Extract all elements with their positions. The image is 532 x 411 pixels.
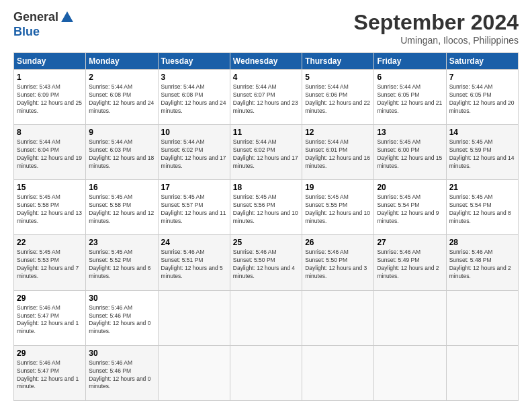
day-number: 25 [233,238,299,247]
table-row: 29 Sunrise: 5:46 AM Sunset: 5:47 PM Dayl… [14,345,86,400]
day-number: 18 [233,183,299,192]
day-info: Sunrise: 5:45 AM Sunset: 5:55 PM Dayligh… [305,193,371,226]
table-row: 20 Sunrise: 5:45 AM Sunset: 5:54 PM Dayl… [374,180,446,235]
day-number: 4 [233,73,299,82]
logo-text: General Blue [13,10,76,39]
table-row: 1 Sunrise: 5:43 AM Sunset: 6:09 PM Dayli… [14,70,86,125]
month-title: September 2024 [354,10,519,35]
day-number: 30 [89,293,154,303]
table-row: 30 Sunrise: 5:46 AM Sunset: 5:46 PM Dayl… [86,345,158,400]
day-info: Sunrise: 5:44 AM Sunset: 6:05 PM Dayligh… [449,83,515,116]
table-row: 3 Sunrise: 5:44 AM Sunset: 6:08 PM Dayli… [158,70,230,125]
day-info: Sunrise: 5:45 AM Sunset: 5:58 PM Dayligh… [17,193,83,226]
table-row [374,290,446,345]
table-row: 5 Sunrise: 5:44 AM Sunset: 6:06 PM Dayli… [302,70,374,125]
calendar-table: Sunday Monday Tuesday Wednesday Thursday… [13,52,519,401]
table-row [302,290,374,345]
table-row: 8 Sunrise: 5:44 AM Sunset: 6:04 PM Dayli… [14,125,86,180]
day-number: 29 [17,293,83,303]
day-info: Sunrise: 5:44 AM Sunset: 6:01 PM Dayligh… [305,138,371,171]
table-row: 25 Sunrise: 5:46 AM Sunset: 5:50 PM Dayl… [230,235,302,290]
day-number: 21 [449,183,515,192]
day-number: 26 [305,238,371,247]
location: Umingan, Ilocos, Philippines [354,35,519,46]
day-info: Sunrise: 5:44 AM Sunset: 6:08 PM Dayligh… [161,83,227,116]
day-number: 28 [449,238,515,247]
day-info: Sunrise: 5:46 AM Sunset: 5:47 PM Dayligh… [17,304,83,336]
table-row: 12 Sunrise: 5:44 AM Sunset: 6:01 PM Dayl… [302,125,374,180]
table-row: 18 Sunrise: 5:45 AM Sunset: 5:56 PM Dayl… [230,180,302,235]
day-number: 9 [89,128,154,137]
header-monday: Monday [86,53,158,70]
day-info: Sunrise: 5:46 AM Sunset: 5:49 PM Dayligh… [377,248,443,281]
header-thursday: Thursday [302,53,374,70]
table-row [158,345,230,400]
header-friday: Friday [374,53,446,70]
table-row: 15 Sunrise: 5:45 AM Sunset: 5:58 PM Dayl… [14,180,86,235]
table-row [446,345,518,400]
table-row [302,345,374,400]
table-row: 4 Sunrise: 5:44 AM Sunset: 6:07 PM Dayli… [230,70,302,125]
day-info: Sunrise: 5:46 AM Sunset: 5:47 PM Dayligh… [17,359,83,392]
table-row [230,290,302,345]
table-row: 23 Sunrise: 5:45 AM Sunset: 5:52 PM Dayl… [86,235,158,290]
day-number: 17 [161,183,227,192]
day-number: 15 [17,183,83,192]
table-row: 22 Sunrise: 5:45 AM Sunset: 5:53 PM Dayl… [14,235,86,290]
table-row: 2 Sunrise: 5:44 AM Sunset: 6:08 PM Dayli… [86,70,158,125]
day-info: Sunrise: 5:45 AM Sunset: 5:54 PM Dayligh… [449,193,515,226]
table-row: 9 Sunrise: 5:44 AM Sunset: 6:03 PM Dayli… [86,125,158,180]
table-row [230,345,302,400]
day-number: 22 [17,238,83,247]
table-row: 24 Sunrise: 5:46 AM Sunset: 5:51 PM Dayl… [158,235,230,290]
day-info: Sunrise: 5:44 AM Sunset: 6:02 PM Dayligh… [233,138,299,171]
day-info: Sunrise: 5:45 AM Sunset: 5:54 PM Dayligh… [377,193,443,226]
day-info: Sunrise: 5:45 AM Sunset: 5:59 PM Dayligh… [449,138,515,171]
day-info: Sunrise: 5:46 AM Sunset: 5:50 PM Dayligh… [305,248,371,281]
table-row: 14 Sunrise: 5:45 AM Sunset: 5:59 PM Dayl… [446,125,518,180]
header-saturday: Saturday [446,53,518,70]
day-info: Sunrise: 5:44 AM Sunset: 6:05 PM Dayligh… [377,83,443,116]
day-info: Sunrise: 5:44 AM Sunset: 6:06 PM Dayligh… [305,83,371,116]
table-row [158,290,230,345]
table-row: 6 Sunrise: 5:44 AM Sunset: 6:05 PM Dayli… [374,70,446,125]
day-number: 2 [89,73,154,82]
logo-icon [60,10,75,25]
table-row: 21 Sunrise: 5:45 AM Sunset: 5:54 PM Dayl… [446,180,518,235]
day-number: 29 [17,349,83,358]
table-row: 16 Sunrise: 5:45 AM Sunset: 5:58 PM Dayl… [86,180,158,235]
header-tuesday: Tuesday [158,53,230,70]
day-number: 20 [377,183,443,192]
day-info: Sunrise: 5:46 AM Sunset: 5:50 PM Dayligh… [233,248,299,281]
day-info: Sunrise: 5:44 AM Sunset: 6:02 PM Dayligh… [161,138,227,171]
day-number: 5 [305,73,371,82]
day-number: 13 [377,128,443,137]
table-row: 13 Sunrise: 5:45 AM Sunset: 6:00 PM Dayl… [374,125,446,180]
table-row: 17 Sunrise: 5:45 AM Sunset: 5:57 PM Dayl… [158,180,230,235]
day-info: Sunrise: 5:44 AM Sunset: 6:08 PM Dayligh… [89,83,154,116]
day-info: Sunrise: 5:45 AM Sunset: 5:56 PM Dayligh… [233,193,299,226]
day-number: 3 [161,73,227,82]
day-number: 11 [233,128,299,137]
table-row: 30 Sunrise: 5:46 AM Sunset: 5:46 PM Dayl… [86,290,158,345]
title-section: September 2024 Umingan, Ilocos, Philippi… [354,10,519,46]
day-info: Sunrise: 5:45 AM Sunset: 5:53 PM Dayligh… [17,248,83,281]
day-number: 12 [305,128,371,137]
logo-general: General [13,10,58,24]
day-info: Sunrise: 5:44 AM Sunset: 6:04 PM Dayligh… [17,138,83,171]
day-number: 7 [449,73,515,82]
day-number: 1 [17,73,83,82]
logo: General Blue [13,10,76,39]
day-info: Sunrise: 5:46 AM Sunset: 5:46 PM Dayligh… [89,304,154,336]
day-info: Sunrise: 5:45 AM Sunset: 5:57 PM Dayligh… [161,193,227,226]
day-number: 8 [17,128,83,137]
day-number: 14 [449,128,515,137]
page: General Blue September 2024 Umingan, Ilo… [0,0,532,411]
day-info: Sunrise: 5:43 AM Sunset: 6:09 PM Dayligh… [17,83,83,116]
table-row [374,345,446,400]
day-info: Sunrise: 5:46 AM Sunset: 5:46 PM Dayligh… [89,359,154,392]
day-number: 23 [89,238,154,247]
day-number: 27 [377,238,443,247]
table-row: 26 Sunrise: 5:46 AM Sunset: 5:50 PM Dayl… [302,235,374,290]
svg-marker-0 [61,11,73,22]
